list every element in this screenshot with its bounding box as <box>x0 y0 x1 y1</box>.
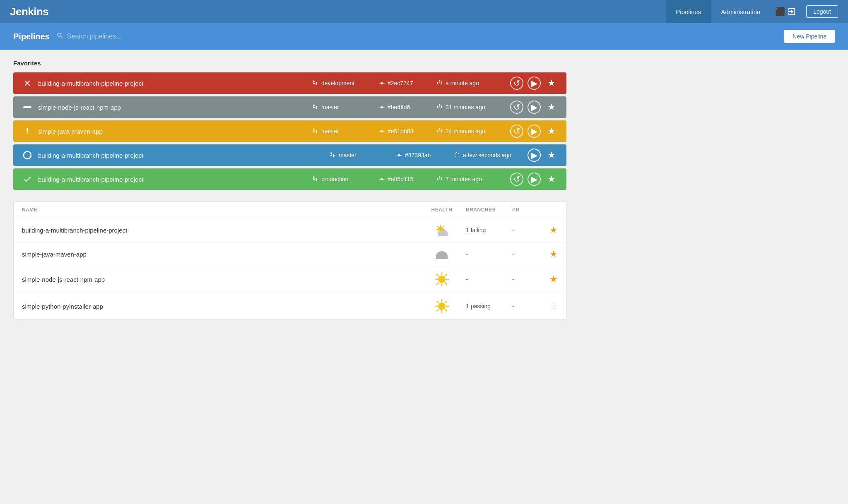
fav-name-0: building-a-multibranch-pipeline-project <box>38 80 312 87</box>
td-health-2 <box>421 272 463 287</box>
fav-star-btn-3[interactable]: ★ <box>545 149 558 162</box>
td-health-1 <box>421 248 463 260</box>
fav-name-1: simple-node-js-react-npm-app <box>38 104 312 111</box>
svg-line-38 <box>437 301 438 303</box>
fav-row-3[interactable]: building-a-multibranch-pipeline-project … <box>13 144 566 166</box>
svg-point-2 <box>381 106 383 108</box>
fav-star-btn-2[interactable]: ★ <box>545 125 558 138</box>
svg-point-5 <box>398 154 400 156</box>
fav-replay-btn-4[interactable]: ↺ <box>510 173 523 186</box>
fav-actions-0: ↺ ▶ ★ <box>510 77 558 90</box>
logout-button[interactable]: Logout <box>806 5 838 18</box>
fav-row-0[interactable]: building-a-multibranch-pipeline-project … <box>13 72 566 94</box>
fav-name-2: simple-java-maven-app <box>38 128 312 135</box>
weather-cloudy-icon <box>434 248 449 260</box>
fav-star-btn-1[interactable]: ★ <box>545 101 558 114</box>
svg-rect-23 <box>436 255 448 259</box>
td-pr-2: - <box>512 276 537 283</box>
fav-branch-0: development <box>312 80 378 86</box>
fav-run-btn-1[interactable]: ▶ <box>528 101 541 114</box>
fav-run-btn-2[interactable]: ▶ <box>528 125 541 138</box>
table-row-1[interactable]: simple-java-maven-app - - ★ <box>14 242 566 266</box>
td-name-3[interactable]: simple-python-pyinstaller-app <box>22 303 421 310</box>
fav-row-1[interactable]: simple-node-js-react-npm-app master #be4… <box>13 96 566 118</box>
nav-link-administration[interactable]: Administration <box>711 0 770 23</box>
pipelines-table: NAME HEALTH BRANCHES PR building-a-multi… <box>13 202 566 320</box>
svg-line-15 <box>438 231 438 232</box>
svg-point-4 <box>24 151 31 159</box>
fav-replay-btn-0[interactable]: ↺ <box>510 77 523 90</box>
fav-time-label-0: a minute ago <box>446 80 479 86</box>
fav-branch-label-2: master <box>321 128 339 134</box>
fav-actions-1: ↺ ▶ ★ <box>510 101 558 114</box>
td-star-btn-2[interactable]: ★ <box>549 274 558 285</box>
svg-point-6 <box>381 178 383 180</box>
fav-commit-label-4: #e85d115 <box>388 176 413 182</box>
fav-commit-label-0: #2ec7747 <box>388 80 413 86</box>
td-star-btn-3[interactable]: ☆ <box>549 301 558 312</box>
fav-commit-0: #2ec7747 <box>378 80 436 86</box>
td-health-0 <box>421 224 463 236</box>
svg-rect-19 <box>438 233 448 236</box>
fav-star-btn-0[interactable]: ★ <box>545 77 558 90</box>
weather-sunny-icon-3 <box>434 299 449 314</box>
search-wrapper <box>56 32 784 41</box>
td-star-btn-0[interactable]: ★ <box>549 225 558 235</box>
weather-sunny-icon-2 <box>434 272 449 287</box>
fav-commit-label-3: #87393ab <box>405 152 431 158</box>
td-name-2[interactable]: simple-node-js-react-npm-app <box>22 276 421 283</box>
weather-partly-cloudy-icon <box>434 224 449 236</box>
favorites-section: Favorites building-a-multibranch-pipelin… <box>13 60 566 190</box>
td-fav-3: ☆ <box>537 301 558 312</box>
svg-point-0 <box>381 82 383 84</box>
table-row-2[interactable]: simple-node-js-react-npm-app - - <box>14 266 566 293</box>
fav-time-label-2: 24 minutes ago <box>446 128 485 134</box>
search-input[interactable] <box>67 33 183 40</box>
table-row-0[interactable]: building-a-multibranch-pipeline-project <box>14 218 566 242</box>
table-header: NAME HEALTH BRANCHES PR <box>14 202 566 218</box>
td-branches-2: - <box>463 276 512 283</box>
td-fav-0: ★ <box>537 225 558 235</box>
td-name-1[interactable]: simple-java-maven-app <box>22 251 421 258</box>
fav-branch-label-0: development <box>321 80 354 86</box>
favorites-list: building-a-multibranch-pipeline-project … <box>13 72 566 190</box>
fav-branch-label-1: master <box>321 104 339 110</box>
fav-commit-4: #e85d115 <box>378 176 436 182</box>
td-branches-1: - <box>463 251 512 257</box>
fav-time-label-4: 7 minutes ago <box>446 176 482 182</box>
fav-time-2: ⏱ 24 minutes ago <box>436 127 507 135</box>
td-fav-2: ★ <box>537 274 558 285</box>
th-health: HEALTH <box>421 207 463 213</box>
fav-time-label-3: a few seconds ago <box>463 152 511 158</box>
svg-point-3 <box>381 130 383 132</box>
fav-run-btn-0[interactable]: ▶ <box>528 77 541 90</box>
table-row-3[interactable]: simple-python-pyinstaller-app 1 passing … <box>14 293 566 319</box>
fav-branch-4: production <box>312 176 378 182</box>
td-star-btn-1[interactable]: ★ <box>549 249 558 259</box>
fav-branch-3: master <box>330 152 396 158</box>
sub-header: Pipelines New Pipeline <box>0 23 848 50</box>
fav-replay-btn-1[interactable]: ↺ <box>510 101 523 114</box>
new-pipeline-button[interactable]: New Pipeline <box>784 30 835 43</box>
fav-status-icon-2: ! <box>22 126 33 137</box>
fav-star-btn-4[interactable]: ★ <box>545 173 558 186</box>
svg-line-12 <box>438 226 438 227</box>
fav-row-2[interactable]: ! simple-java-maven-app master #e51db83 … <box>13 120 566 142</box>
fav-branch-2: master <box>312 128 378 134</box>
fav-actions-3: ▶ ★ <box>528 149 558 162</box>
fav-time-1: ⏱ 31 minutes ago <box>436 103 507 111</box>
favorites-title: Favorites <box>13 60 566 67</box>
fav-run-btn-4[interactable]: ▶ <box>528 173 541 186</box>
td-branches-3: 1 passing <box>463 303 512 310</box>
sign-in-icon-button[interactable]: ⬛ <box>770 7 803 17</box>
fav-time-0: ⏱ a minute ago <box>436 79 507 87</box>
fav-replay-btn-2[interactable]: ↺ <box>510 125 523 138</box>
fav-run-btn-3[interactable]: ▶ <box>528 149 541 162</box>
svg-point-24 <box>438 276 446 283</box>
th-branches: BRANCHES <box>463 207 512 213</box>
td-name-0[interactable]: building-a-multibranch-pipeline-project <box>22 227 421 234</box>
fav-row-4[interactable]: building-a-multibranch-pipeline-project … <box>13 168 566 190</box>
fav-status-icon-1 <box>22 106 33 108</box>
nav-link-pipelines[interactable]: Pipelines <box>666 0 711 23</box>
fav-status-icon-3 <box>22 151 33 160</box>
